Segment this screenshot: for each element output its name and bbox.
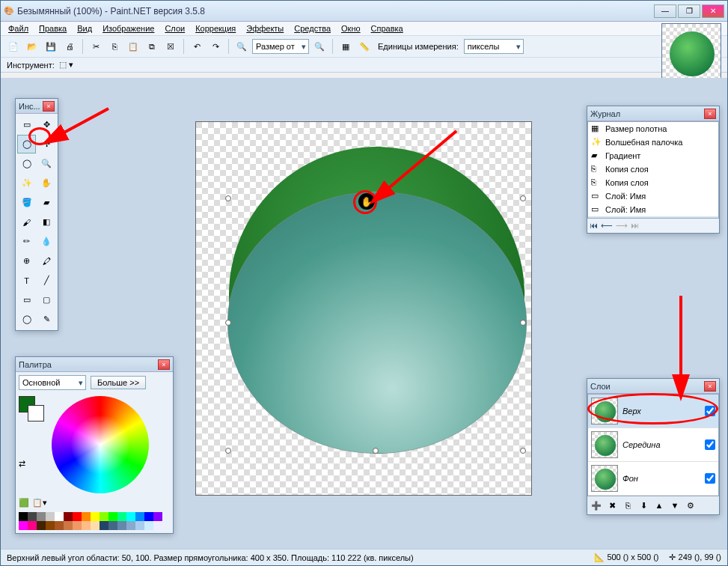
save-button[interactable]: 💾 [43,38,59,55]
copy-button[interactable]: ⎘ [106,38,123,55]
history-item[interactable]: ✨Волшебная палочка [588,136,718,149]
tool-freeform[interactable]: ✎ [37,310,56,329]
history-redo-button[interactable]: ⟶ [616,221,628,231]
tool-picker[interactable]: 💧 [37,232,56,251]
tool-rect-select[interactable]: ▭ [17,115,36,134]
more-colors-button[interactable]: Больше >> [91,376,146,389]
tool-lasso[interactable]: ◯ [17,135,36,153]
palette-panel[interactable]: Палитра × Основной Больше >> ⇄ 🟩 📋▾ [15,356,174,534]
menu-tools[interactable]: Средства [294,24,331,33]
tool-clone[interactable]: ⊕ [17,252,36,270]
grid-button[interactable]: ▦ [337,38,354,55]
selection-handle[interactable] [225,320,231,326]
menu-effects[interactable]: Эффекты [246,24,284,33]
zoom-in-button[interactable]: 🔍 [311,38,328,55]
history-item[interactable]: ⎘Копия слоя [588,176,718,189]
menu-adjust[interactable]: Коррекция [195,24,236,33]
selection-handle[interactable] [520,195,526,201]
tool-ellipse-select[interactable]: ◯ [17,154,36,173]
tool-zoom[interactable]: 🔍 [37,154,56,173]
layer-up-button[interactable]: ▲ [652,499,666,512]
maximize-button[interactable]: ❐ [678,4,700,18]
layer-down-button[interactable]: ▼ [668,499,682,512]
color-swatches[interactable] [19,396,44,422]
layers-close-button[interactable]: × [704,381,716,392]
tool-line[interactable]: ╱ [37,271,56,290]
layer-item[interactable]: Верх [588,395,718,428]
history-list[interactable]: ▦Размер полотна ✨Волшебная палочка ▰Град… [587,121,719,219]
close-button[interactable]: ✕ [702,4,724,18]
new-button[interactable]: 📄 [5,38,22,55]
tool-pan[interactable]: ✋ [37,174,56,192]
color-wheel[interactable] [52,396,149,493]
history-last-button[interactable]: ⏭ [631,221,639,231]
tool-fill[interactable]: 🪣 [17,193,36,212]
tool-gradient[interactable]: ▰ [37,193,56,212]
tools-close-button[interactable]: × [43,101,55,112]
tool-ellipse[interactable]: ◯ [17,310,36,329]
history-undo-button[interactable]: ⟵ [601,221,613,231]
tool-roundrect[interactable]: ▢ [37,290,56,309]
tool-rect[interactable]: ▭ [17,290,36,309]
minimize-button[interactable]: — [654,4,676,18]
history-item[interactable]: ▭Слой: Имя [588,203,718,216]
history-panel[interactable]: Журнал × ▦Размер полотна ✨Волшебная пало… [587,106,720,234]
ruler-button[interactable]: 📏 [356,38,373,55]
cut-button[interactable]: ✂ [88,38,104,55]
zoom-out-button[interactable]: 🔍 [233,38,250,55]
layer-duplicate-button[interactable]: ⎘ [621,499,634,512]
paste-button[interactable]: 📋 [125,38,141,55]
tool-wand[interactable]: ✨ [17,174,36,192]
current-tool-icon[interactable]: ⬚ ▾ [59,60,73,70]
menu-file[interactable]: Файл [8,24,28,33]
layer-visible-checkbox[interactable] [705,406,715,416]
layer-item[interactable]: Середина [588,428,718,462]
menu-layers[interactable]: Слои [165,24,185,33]
deselect-button[interactable]: ☒ [162,38,179,55]
history-item[interactable]: ⎘Копия слоя [588,162,718,176]
selection-handle[interactable] [373,448,379,454]
selection-handle[interactable] [520,448,526,454]
history-close-button[interactable]: × [704,109,716,119]
layer-visible-checkbox[interactable] [705,473,715,484]
layer-item[interactable]: Фон [588,462,718,496]
tool-move[interactable]: ✢ [37,135,56,153]
selection-handle[interactable] [225,448,231,454]
palette-close-button[interactable]: × [158,359,170,370]
tools-panel[interactable]: Инс... × ▭ ✥ ◯ ✢ ◯ 🔍 ✨ ✋ 🪣 ▰ 🖌 ◧ ✏ 💧 ⊕ 🖍… [15,98,58,331]
crop-button[interactable]: ⧉ [144,38,160,55]
color-mode-combo[interactable]: Основной [19,375,86,390]
print-button[interactable]: 🖨 [61,38,78,55]
layer-add-button[interactable]: ➕ [590,499,603,512]
tool-move-select[interactable]: ✥ [37,115,56,134]
shape-front-ellipse[interactable] [227,192,527,454]
selection-handle[interactable] [225,195,231,201]
layer-delete-button[interactable]: ✖ [605,499,619,512]
redo-button[interactable]: ↷ [207,38,224,55]
tool-brush[interactable]: 🖌 [17,213,36,231]
layer-visible-checkbox[interactable] [705,439,715,450]
history-item[interactable]: ▭Слой: Имя [588,189,718,203]
app-titlebar[interactable]: 🎨 Безымянный (100%) - Paint.NET версия 3… [1,1,727,22]
palette-add-icon[interactable]: 🟩 [19,498,29,508]
menu-edit[interactable]: Правка [39,24,67,33]
tool-eraser[interactable]: ◧ [37,213,56,231]
history-item[interactable]: ▰Градиент [588,149,718,162]
tool-pencil[interactable]: ✏ [17,232,36,251]
menu-image[interactable]: Изображение [103,24,154,33]
units-combo[interactable]: пикселы [464,39,524,54]
document-thumbnail[interactable] [661,23,721,83]
layer-merge-button[interactable]: ⬇ [637,499,650,512]
menu-help[interactable]: Справка [371,24,403,33]
history-item[interactable]: ▦Размер полотна [588,122,718,136]
tool-recolor[interactable]: 🖍 [37,252,56,270]
open-button[interactable]: 📂 [24,38,40,55]
background-color[interactable] [28,405,44,422]
layers-panel[interactable]: Слои × Верх Середина Фон ➕ ✖ ⎘ ⬇ ▲ ▼ ⚙ [587,378,720,515]
layer-props-button[interactable]: ⚙ [684,499,697,512]
undo-button[interactable]: ↶ [189,38,205,55]
menu-window[interactable]: Окно [341,24,361,33]
swap-colors-icon[interactable]: ⇄ [19,459,44,469]
menu-view[interactable]: Вид [77,24,92,33]
zoom-combo[interactable]: Размер от [252,39,309,54]
